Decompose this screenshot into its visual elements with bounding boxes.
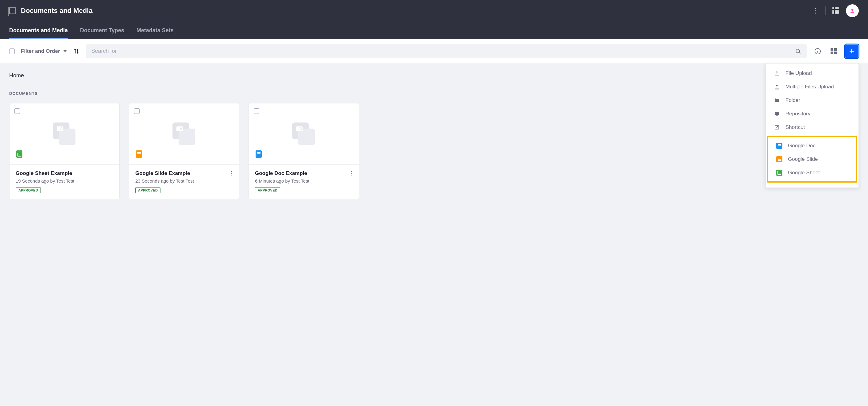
app-title: Documents and Media [21, 7, 92, 15]
content-area: Home Documents A Google Sheet Example 19… [0, 63, 868, 208]
cards-row: A Google Sheet Example 19 Seconds ago by… [9, 103, 859, 199]
shortcut-icon [774, 124, 780, 130]
menu-item-label: Google Sheet [788, 170, 820, 176]
add-menu-google-slide[interactable]: Google Slide [768, 153, 856, 166]
document-card[interactable]: A Google Slide Example 23 Seconds ago by… [129, 103, 239, 199]
tab-label: Metadata Sets [136, 27, 174, 34]
app-icon [9, 7, 16, 14]
card-title: Google Sheet Example [16, 170, 113, 177]
card-preview: A [129, 103, 239, 165]
add-menu-folder[interactable]: Folder [766, 94, 859, 107]
google-doc-icon [256, 150, 262, 158]
card-title: Google Doc Example [255, 170, 352, 177]
select-all-checkbox[interactable] [9, 49, 15, 54]
card-checkbox[interactable] [134, 108, 140, 114]
repository-icon [774, 111, 780, 117]
menu-item-label: File Upload [785, 70, 812, 76]
header-bar: Documents and Media ⋮ [0, 0, 868, 22]
add-button[interactable] [845, 44, 859, 58]
card-body: Google Doc Example 6 Minutes ago by Test… [249, 165, 359, 199]
card-checkbox[interactable] [254, 108, 259, 114]
card-title: Google Slide Example [135, 170, 233, 177]
app-brand: Documents and Media [9, 7, 92, 15]
svg-text:A: A [60, 127, 63, 131]
card-preview: A [249, 103, 359, 165]
apps-grid-icon[interactable] [832, 7, 839, 14]
placeholder-image-icon: A [170, 120, 198, 148]
menu-item-label: Google Doc [788, 143, 815, 149]
placeholder-image-icon: A [51, 120, 78, 148]
info-button[interactable] [813, 46, 823, 56]
placeholder-image-icon: A [290, 120, 317, 148]
add-menu-file-upload[interactable]: File Upload [766, 67, 859, 80]
svg-text:A: A [180, 127, 183, 131]
add-menu-google-doc[interactable]: Google Doc [768, 139, 856, 153]
add-menu-dropdown: File Upload Multiple Files Upload Folder… [766, 63, 859, 188]
card-subtitle: 6 Minutes ago by Test Test [255, 178, 352, 184]
search-button[interactable] [795, 48, 801, 54]
section-title: Documents [9, 91, 859, 96]
document-card[interactable]: A Google Sheet Example 19 Seconds ago by… [9, 103, 120, 199]
upload-multi-icon [774, 84, 780, 90]
sort-toggle[interactable] [73, 48, 80, 55]
caret-down-icon [63, 50, 67, 52]
sort-icon [73, 48, 80, 55]
plus-icon [848, 48, 856, 55]
upload-icon [774, 70, 780, 76]
menu-item-label: Shortcut [785, 124, 805, 130]
card-menu-button[interactable]: ⋮ [228, 170, 235, 177]
google-sheet-icon [16, 150, 22, 158]
breadcrumb[interactable]: Home [9, 72, 859, 79]
tabs-bar: Documents and Media Document Types Metad… [0, 22, 868, 39]
menu-item-label: Repository [785, 111, 810, 117]
add-menu-google-sheet[interactable]: Google Sheet [768, 166, 856, 180]
card-preview: A [9, 103, 119, 165]
svg-rect-15 [775, 112, 779, 115]
tab-label: Document Types [80, 27, 124, 34]
google-slide-icon [776, 156, 782, 162]
user-icon [849, 8, 856, 14]
google-slide-icon [136, 150, 142, 158]
filter-label: Filter and Order [21, 48, 60, 54]
filter-order-dropdown[interactable]: Filter and Order [21, 48, 67, 54]
document-card[interactable]: A Google Doc Example 6 Minutes ago by Te… [249, 103, 359, 199]
add-menu-repository[interactable]: Repository [766, 107, 859, 121]
search-icon [795, 48, 801, 54]
tab-documents-and-media[interactable]: Documents and Media [9, 22, 68, 39]
status-badge: APPROVED [135, 187, 160, 193]
card-checkbox[interactable] [14, 108, 20, 114]
card-body: Google Slide Example 23 Seconds ago by T… [129, 165, 239, 199]
menu-item-label: Folder [785, 97, 800, 103]
svg-point-0 [851, 9, 854, 11]
card-menu-button[interactable]: ⋮ [109, 170, 115, 177]
menu-item-label: Multiple Files Upload [785, 84, 834, 90]
status-badge: APPROVED [255, 187, 280, 193]
tab-document-types[interactable]: Document Types [80, 22, 124, 39]
search-wrap [86, 44, 807, 58]
toolbar: Filter and Order [0, 39, 868, 63]
avatar[interactable] [846, 4, 859, 17]
view-toggle[interactable] [829, 46, 839, 56]
divider [825, 6, 826, 15]
card-subtitle: 19 Seconds ago by Test Test [16, 178, 113, 184]
svg-point-1 [796, 49, 800, 53]
card-body: Google Sheet Example 19 Seconds ago by T… [9, 165, 119, 199]
info-icon [814, 48, 821, 55]
tab-metadata-sets[interactable]: Metadata Sets [136, 22, 174, 39]
folder-icon [774, 97, 780, 103]
card-subtitle: 23 Seconds ago by Test Test [135, 178, 233, 184]
google-doc-icon [776, 143, 782, 149]
tab-label: Documents and Media [9, 27, 68, 34]
add-menu-shortcut[interactable]: Shortcut [766, 121, 859, 134]
add-menu-multiple-upload[interactable]: Multiple Files Upload [766, 80, 859, 94]
google-sheet-icon [776, 170, 782, 176]
status-badge: APPROVED [16, 187, 41, 193]
google-items-highlight: Google Doc Google Slide Google Sheet [767, 136, 857, 183]
card-menu-button[interactable]: ⋮ [348, 170, 354, 177]
menu-item-label: Google Slide [788, 156, 818, 162]
svg-text:A: A [300, 127, 302, 131]
search-input[interactable] [91, 48, 795, 54]
header-options-icon[interactable]: ⋮ [812, 7, 818, 15]
grid-view-icon [831, 48, 837, 54]
